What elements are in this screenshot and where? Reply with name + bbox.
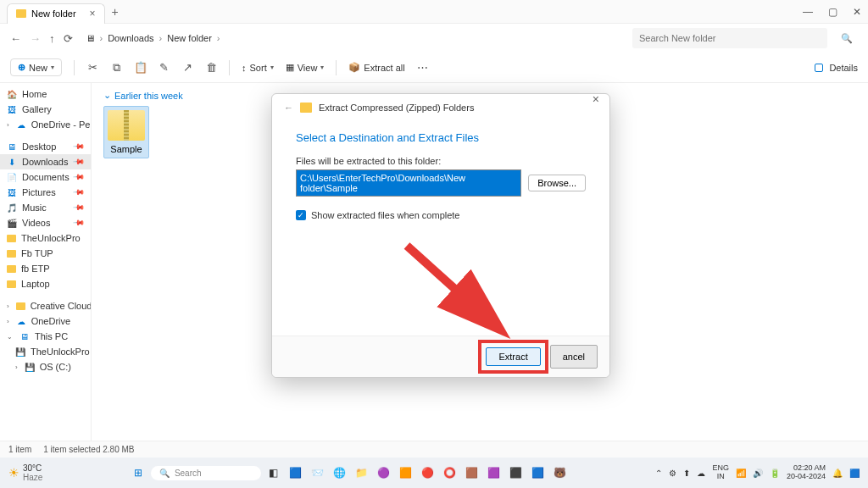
taskbar-app[interactable]: 🌐 bbox=[331, 463, 349, 482]
search-input[interactable] bbox=[632, 28, 827, 48]
dialog-path-label: Files will be extracted to this folder: bbox=[296, 156, 586, 166]
temperature: 30°C bbox=[23, 463, 42, 473]
taskbar-app[interactable]: 🟪 bbox=[485, 463, 504, 482]
taskbar-app[interactable]: ⬛ bbox=[507, 463, 526, 482]
clock[interactable]: 02:20 AM 20-04-2024 bbox=[787, 464, 826, 481]
language-switcher[interactable]: ENG IN bbox=[712, 464, 729, 481]
refresh-button[interactable]: ⟳ bbox=[64, 32, 73, 45]
battery-icon[interactable]: 🔋 bbox=[770, 469, 780, 478]
sidebar-desktop[interactable]: 🖥Desktop📌 bbox=[0, 139, 91, 154]
extract-all-button[interactable]: 📦Extract all bbox=[348, 62, 404, 73]
sidebar-theunlockpro2[interactable]: 💾TheUnlockPro bbox=[0, 344, 91, 359]
more-button[interactable]: ⋯ bbox=[417, 61, 429, 74]
breadcrumb-downloads[interactable]: Downloads bbox=[108, 33, 153, 43]
sidebar-gallery[interactable]: 🖼Gallery bbox=[0, 102, 91, 117]
forward-button[interactable]: → bbox=[30, 32, 41, 45]
sidebar-creative-cloud[interactable]: ›Creative Cloud Fi bbox=[0, 298, 91, 313]
taskbar-app[interactable]: 🟦 bbox=[529, 463, 548, 482]
status-selected: 1 item selected 2.80 MB bbox=[43, 445, 134, 454]
details-pane-button[interactable]: Details bbox=[815, 63, 858, 73]
window-controls: — ▢ ✕ bbox=[803, 6, 861, 18]
copy-button[interactable]: ⧉ bbox=[110, 61, 122, 75]
active-tab[interactable]: New folder × bbox=[7, 3, 105, 24]
dialog-title: Extract Compressed (Zipped) Folders bbox=[319, 103, 474, 113]
share-button[interactable]: ↗ bbox=[181, 61, 193, 74]
tray-icon[interactable]: ⬆ bbox=[683, 469, 690, 478]
rename-button[interactable]: ✎ bbox=[158, 61, 170, 74]
show-extracted-checkbox[interactable]: ✓ Show extracted files when complete bbox=[296, 210, 586, 220]
sidebar-onedrive2[interactable]: ›☁OneDrive bbox=[0, 313, 91, 329]
task-view-button[interactable]: ◧ bbox=[264, 463, 283, 482]
checkbox-label: Show extracted files when complete bbox=[311, 210, 459, 220]
sidebar-fb-tup[interactable]: Fb TUP bbox=[0, 246, 91, 261]
destination-path-input[interactable]: C:\Users\EnterTechPro\Downloads\New fold… bbox=[296, 169, 521, 197]
file-label: Sample bbox=[110, 144, 142, 154]
view-button[interactable]: ▦View▾ bbox=[286, 62, 325, 73]
chevron-right-icon: › bbox=[217, 33, 220, 43]
sidebar-documents[interactable]: 📄Documents📌 bbox=[0, 169, 91, 185]
close-button[interactable]: ✕ bbox=[853, 6, 861, 18]
sidebar-os-c[interactable]: ›💾OS (C:) bbox=[0, 359, 91, 374]
new-tab-button[interactable]: + bbox=[112, 5, 119, 19]
browse-button[interactable]: Browse... bbox=[528, 175, 586, 191]
breadcrumb[interactable]: 🖥 › Downloads › New folder › bbox=[86, 33, 220, 43]
tray-icon[interactable]: ⚙ bbox=[669, 469, 676, 478]
sidebar-laptop[interactable]: Laptop bbox=[0, 276, 91, 291]
notifications-icon[interactable]: 🔔 bbox=[832, 469, 843, 478]
breadcrumb-newfolder[interactable]: New folder bbox=[167, 33, 212, 43]
taskbar-app[interactable]: 🟧 bbox=[397, 463, 415, 482]
status-bar: 1 item 1 item selected 2.80 MB bbox=[0, 441, 868, 458]
taskbar-explorer[interactable]: 📁 bbox=[353, 463, 371, 482]
wifi-icon[interactable]: 📶 bbox=[736, 469, 746, 478]
pin-icon: 📌 bbox=[73, 141, 86, 153]
sidebar-home[interactable]: 🏠Home bbox=[0, 86, 91, 102]
extract-button[interactable]: Extract bbox=[486, 347, 540, 366]
checkbox-checked-icon: ✓ bbox=[296, 210, 306, 220]
taskbar-app[interactable]: ⭕ bbox=[441, 463, 459, 482]
tray-chevron-icon[interactable]: ⌃ bbox=[655, 469, 662, 478]
start-button[interactable]: ⊞ bbox=[129, 463, 147, 482]
new-button[interactable]: ⊕New▾ bbox=[10, 58, 62, 76]
taskbar-app[interactable]: 🔴 bbox=[419, 463, 437, 482]
sidebar-onedrive[interactable]: ›☁OneDrive - Perso bbox=[0, 117, 91, 132]
cut-button[interactable]: ✂ bbox=[86, 61, 98, 74]
sidebar-fb-etp[interactable]: fb ETP bbox=[0, 261, 91, 276]
sort-button[interactable]: ↕Sort▾ bbox=[242, 63, 274, 73]
back-button[interactable]: ← bbox=[10, 32, 21, 45]
maximize-button[interactable]: ▢ bbox=[828, 6, 837, 18]
close-tab-icon[interactable]: × bbox=[90, 8, 96, 19]
minimize-button[interactable]: — bbox=[803, 6, 813, 18]
weather-widget[interactable]: ☀ 30°C Haze bbox=[8, 463, 42, 482]
file-sample-zip[interactable]: Sample bbox=[103, 106, 149, 158]
sidebar-pictures[interactable]: 🖼Pictures📌 bbox=[0, 185, 91, 200]
tray-icon[interactable]: ☁ bbox=[697, 469, 705, 478]
pin-icon: 📌 bbox=[73, 171, 86, 184]
volume-icon[interactable]: 🔊 bbox=[753, 469, 763, 478]
taskbar-app[interactable]: 🟫 bbox=[463, 463, 481, 482]
pc-icon: 🖥 bbox=[86, 33, 95, 43]
taskbar-app[interactable]: 🟦 bbox=[287, 463, 305, 482]
dialog-heading: Select a Destination and Extract Files bbox=[296, 131, 586, 144]
taskbar-app[interactable]: 🐻 bbox=[551, 463, 570, 482]
delete-button[interactable]: 🗑 bbox=[205, 61, 217, 74]
sidebar-thispc[interactable]: ⌄🖥This PC bbox=[0, 329, 91, 344]
up-button[interactable]: ↑ bbox=[49, 32, 55, 45]
chevron-right-icon: › bbox=[100, 33, 103, 43]
weather-condition: Haze bbox=[23, 473, 42, 482]
search-icon[interactable]: 🔍 bbox=[841, 33, 853, 44]
extract-dialog: × ← Extract Compressed (Zipped) Folders … bbox=[271, 93, 610, 378]
copilot-icon[interactable]: 🟦 bbox=[849, 469, 860, 478]
sidebar-music[interactable]: 🎵Music📌 bbox=[0, 200, 91, 215]
taskbar-app[interactable]: 📨 bbox=[309, 463, 327, 482]
tab-title: New folder bbox=[31, 8, 76, 19]
sidebar-videos[interactable]: 🎬Videos📌 bbox=[0, 215, 91, 230]
chevron-right-icon: › bbox=[159, 33, 163, 43]
paste-button[interactable]: 📋 bbox=[134, 61, 146, 74]
search-icon: 🔍 bbox=[159, 469, 170, 478]
taskbar-search[interactable]: 🔍Search bbox=[151, 466, 261, 480]
sidebar-downloads[interactable]: ⬇Downloads📌 bbox=[0, 154, 91, 169]
cancel-button[interactable]: ancel bbox=[550, 345, 598, 369]
dialog-back-button[interactable]: ← bbox=[284, 103, 293, 113]
taskbar-app[interactable]: 🟣 bbox=[375, 463, 393, 482]
sidebar-theunlockpro[interactable]: TheUnlockPro bbox=[0, 230, 91, 246]
